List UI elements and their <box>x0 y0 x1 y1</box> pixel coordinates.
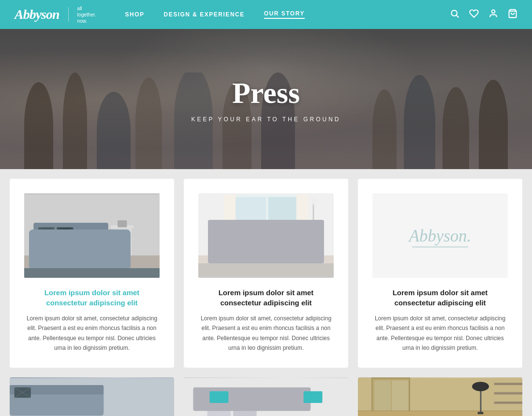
card-body-1: Lorem ipsum dolor sit amet, consectetur … <box>24 314 160 353</box>
svg-rect-72 <box>494 383 522 385</box>
nav-shop[interactable]: SHOP <box>125 11 145 18</box>
svg-rect-10 <box>33 234 108 260</box>
logo-area[interactable]: Abbyson all together. now. <box>15 5 96 24</box>
svg-rect-12 <box>31 232 40 248</box>
card-title-3: Lorem ipsum dolor sit amet consectetur a… <box>372 287 508 308</box>
bottom-card-3[interactable] <box>358 377 522 416</box>
cart-icon[interactable] <box>508 9 517 21</box>
card-image-2 <box>198 193 334 278</box>
header-icons <box>450 9 517 21</box>
logo-text: Abbyson <box>15 7 59 22</box>
account-icon[interactable] <box>488 9 498 21</box>
search-icon[interactable] <box>450 9 459 21</box>
card-body-3: Lorem ipsum dolor sit amet, consectetur … <box>372 314 508 353</box>
hero-section: Press KEEP YOUR EAR TO THE GROUND <box>0 29 532 169</box>
svg-point-0 <box>451 10 457 16</box>
logo-tagline: all together. now. <box>77 5 96 24</box>
logo-divider <box>68 7 69 22</box>
svg-rect-40 <box>299 224 318 237</box>
svg-rect-27 <box>296 195 308 256</box>
svg-rect-30 <box>245 252 252 259</box>
bottom-card-1[interactable] <box>10 377 174 416</box>
press-card-2[interactable]: Lorem ipsum dolor sit amet consectetur a… <box>184 179 348 368</box>
svg-rect-67 <box>358 411 522 416</box>
svg-rect-29 <box>240 248 292 252</box>
svg-line-18 <box>57 228 74 242</box>
svg-rect-41 <box>257 224 276 237</box>
svg-rect-44 <box>311 257 315 261</box>
svg-rect-15 <box>57 228 74 242</box>
svg-rect-39 <box>215 224 234 237</box>
svg-rect-38 <box>316 229 323 246</box>
svg-rect-7 <box>113 228 132 256</box>
svg-line-17 <box>38 228 55 242</box>
press-card-1[interactable]: Lorem ipsum dolor sit amet consectetur a… <box>10 179 174 368</box>
svg-point-2 <box>492 10 495 13</box>
main-nav: SHOP DESIGN & EXPERIENCE OUR STORY <box>125 10 450 19</box>
svg-line-19 <box>57 228 74 242</box>
svg-rect-60 <box>209 391 228 402</box>
svg-rect-14 <box>38 228 55 242</box>
svg-rect-26 <box>224 195 236 256</box>
bottom-card-2[interactable] <box>184 377 348 416</box>
svg-line-16 <box>38 228 55 242</box>
svg-line-1 <box>457 15 459 17</box>
card-body-2: Lorem ipsum dolor sit amet, consectetur … <box>198 314 334 353</box>
wishlist-icon[interactable] <box>469 9 479 21</box>
svg-rect-33 <box>212 220 320 234</box>
bottom-row <box>10 377 522 416</box>
cards-grid: Lorem ipsum dolor sit amet consectetur a… <box>10 179 522 368</box>
hero-title: Press <box>232 76 300 110</box>
card-title-1: Lorem ipsum dolor sit amet consectetur a… <box>24 287 160 308</box>
nav-design[interactable]: DESIGN & EXPERIENCE <box>164 11 245 18</box>
press-card-3[interactable]: Abbyson. Lorem ipsum dolor sit amet cons… <box>358 179 522 368</box>
svg-rect-28 <box>198 256 334 276</box>
card-image-3: Abbyson. <box>372 193 508 278</box>
svg-rect-42 <box>240 236 264 245</box>
svg-rect-20 <box>36 258 40 263</box>
svg-text:Abbyson.: Abbyson. <box>408 227 471 245</box>
svg-rect-31 <box>280 252 287 259</box>
svg-rect-69 <box>480 387 482 413</box>
svg-rect-73 <box>494 392 522 394</box>
svg-rect-61 <box>304 391 323 402</box>
svg-rect-32 <box>212 232 320 258</box>
hero-subtitle: KEEP YOUR EAR TO THE GROUND <box>192 116 341 123</box>
svg-rect-43 <box>217 257 221 261</box>
card-image-1 <box>24 193 160 278</box>
svg-rect-74 <box>494 402 522 404</box>
site-header: Abbyson all together. now. SHOP DESIGN &… <box>0 0 532 29</box>
svg-rect-21 <box>85 258 89 263</box>
svg-rect-13 <box>92 232 101 248</box>
svg-rect-71 <box>478 412 484 414</box>
cards-section: Lorem ipsum dolor sit amet consectetur a… <box>0 169 532 416</box>
svg-rect-9 <box>118 220 127 227</box>
svg-point-70 <box>472 382 489 391</box>
svg-rect-11 <box>33 223 108 237</box>
svg-rect-37 <box>208 229 215 246</box>
svg-rect-5 <box>24 256 160 276</box>
nav-our-story[interactable]: OUR STORY <box>264 10 305 19</box>
card-title-2: Lorem ipsum dolor sit amet consectetur a… <box>198 287 334 308</box>
